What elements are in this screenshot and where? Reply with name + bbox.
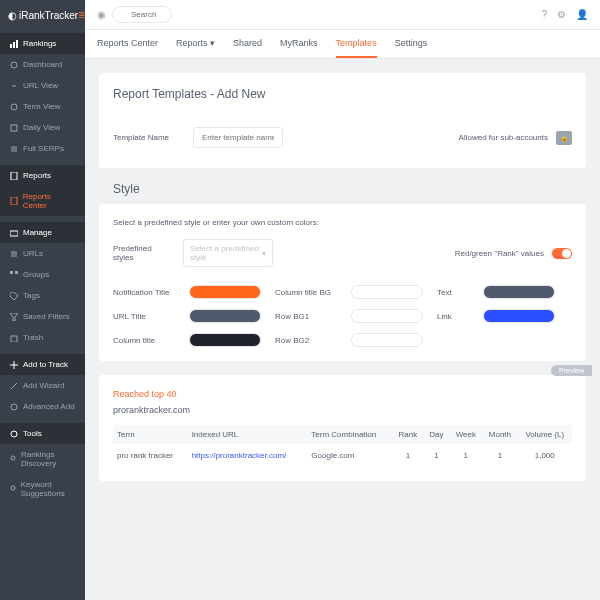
notification-color[interactable]: [189, 285, 261, 299]
nav-term-view[interactable]: Term View: [0, 96, 85, 117]
column-title-label: Column title: [113, 336, 183, 345]
grid-icon: [10, 271, 18, 279]
cell-volume: 1,000: [518, 444, 572, 467]
cell-week: 1: [449, 444, 482, 467]
style-hint: Select a predefined style or enter your …: [113, 218, 572, 227]
logo-icon: ◐: [8, 10, 17, 21]
tag-icon: [10, 103, 18, 111]
template-name-input[interactable]: [193, 127, 283, 148]
nav-groups[interactable]: Groups: [0, 264, 85, 285]
th-week: Week: [449, 425, 482, 444]
template-name-label: Template Name: [113, 133, 173, 142]
row2-color[interactable]: [351, 333, 423, 347]
tag-icon: [10, 292, 18, 300]
tab-reports-center[interactable]: Reports Center: [97, 38, 158, 58]
chevron-down-icon: ▾: [262, 249, 266, 258]
reached-top: Reached top 40: [113, 389, 572, 399]
app-name: iRankTracker: [19, 10, 78, 21]
url-title-color[interactable]: [189, 309, 261, 323]
lock-icon[interactable]: 🔒: [556, 131, 572, 145]
column-title-color[interactable]: [189, 333, 261, 347]
svg-point-15: [11, 486, 15, 490]
cell-month: 1: [482, 444, 517, 467]
svg-point-13: [11, 431, 17, 437]
list-icon: [10, 250, 18, 258]
wrench-icon: [10, 430, 18, 438]
th-url: Indexed URL: [188, 425, 308, 444]
predefined-styles-label: Predefined styles: [113, 244, 173, 262]
tab-templates[interactable]: Templates: [336, 38, 377, 58]
nav-url-view[interactable]: URL View: [0, 75, 85, 96]
folder-icon: [10, 229, 18, 237]
nav-manage[interactable]: Manage: [0, 222, 85, 243]
text-color[interactable]: [483, 285, 555, 299]
nav-dashboard[interactable]: Dashboard: [0, 54, 85, 75]
tab-myranks[interactable]: MyRanks: [280, 38, 318, 58]
chevron-down-icon: ▾: [210, 38, 215, 48]
svg-rect-2: [16, 40, 18, 48]
nav-add-to-track[interactable]: Add to Track: [0, 354, 85, 375]
svg-point-4: [11, 104, 17, 110]
svg-rect-11: [11, 336, 17, 342]
select-placeholder: Select a predefined style: [190, 244, 262, 262]
svg-rect-6: [11, 172, 17, 180]
nav-reports-center[interactable]: Reports Center: [0, 186, 85, 216]
tab-reports[interactable]: Reports ▾: [176, 38, 215, 58]
sidebar: ◐ iRankTracker ≡ Rankings Dashboard URL …: [0, 0, 85, 600]
trash-icon: [10, 334, 18, 342]
list-icon: [10, 145, 18, 153]
nav-reports[interactable]: Reports: [0, 165, 85, 186]
svg-point-3: [11, 62, 17, 68]
preview-tag: Preview: [551, 365, 592, 376]
th-combo: Term Combination: [307, 425, 392, 444]
th-month: Month: [482, 425, 517, 444]
gauge-icon: [10, 61, 18, 69]
nav-daily-view[interactable]: Daily View: [0, 117, 85, 138]
nav-tools[interactable]: Tools: [0, 423, 85, 444]
cell-combo: Google.com: [307, 444, 392, 467]
settings-icon[interactable]: ⚙: [557, 9, 566, 20]
svg-rect-10: [15, 271, 18, 274]
nav-saved-filters[interactable]: Saved Filters: [0, 306, 85, 327]
link-label: Link: [437, 312, 477, 321]
svg-point-12: [11, 404, 17, 410]
link-color[interactable]: [483, 309, 555, 323]
nav-add-wizard[interactable]: Add Wizard: [0, 375, 85, 396]
help-icon[interactable]: ?: [541, 9, 547, 20]
link-icon: [10, 82, 18, 90]
cell-url[interactable]: https://proranktracker.com/: [188, 444, 308, 467]
nav-keyword-suggestions[interactable]: Keyword Suggestions: [0, 474, 85, 504]
section-preview: Preview Reached top 40 proranktracker.co…: [99, 375, 586, 481]
text-label: Text: [437, 288, 477, 297]
tab-shared[interactable]: Shared: [233, 38, 262, 58]
predefined-styles-select[interactable]: Select a predefined style ▾: [183, 239, 273, 267]
logo-bar: ◐ iRankTracker ≡: [0, 0, 85, 30]
row-bg2-label: Row BG2: [275, 336, 345, 345]
column-bg-color[interactable]: [351, 285, 423, 299]
filter-icon: [10, 313, 18, 321]
th-day: Day: [423, 425, 449, 444]
search-input[interactable]: [112, 6, 172, 23]
row1-color[interactable]: [351, 309, 423, 323]
svg-point-14: [11, 456, 15, 460]
search-icon: [10, 455, 16, 463]
visibility-icon[interactable]: ◉: [97, 9, 106, 20]
nav-tags[interactable]: Tags: [0, 285, 85, 306]
svg-rect-0: [10, 44, 12, 48]
doc-icon: [10, 197, 18, 205]
nav-rankings[interactable]: Rankings: [0, 33, 85, 54]
notification-title-label: Notification Title: [113, 288, 183, 297]
nav-full-serps[interactable]: Full SERPs: [0, 138, 85, 159]
svg-rect-8: [10, 231, 18, 236]
tab-settings[interactable]: Settings: [395, 38, 428, 58]
url-title-label: URL Title: [113, 312, 183, 321]
nav-rankings-discovery[interactable]: Rankings Discovery: [0, 444, 85, 474]
nav-advanced-add[interactable]: Advanced Add: [0, 396, 85, 417]
user-icon[interactable]: 👤: [576, 9, 588, 20]
logo: ◐ iRankTracker: [8, 10, 78, 21]
redgreen-toggle[interactable]: [552, 248, 572, 259]
section-header: Report Templates - Add New Template Name…: [99, 73, 586, 168]
nav-trash[interactable]: Trash: [0, 327, 85, 348]
svg-rect-1: [13, 42, 15, 48]
nav-urls[interactable]: URLs: [0, 243, 85, 264]
